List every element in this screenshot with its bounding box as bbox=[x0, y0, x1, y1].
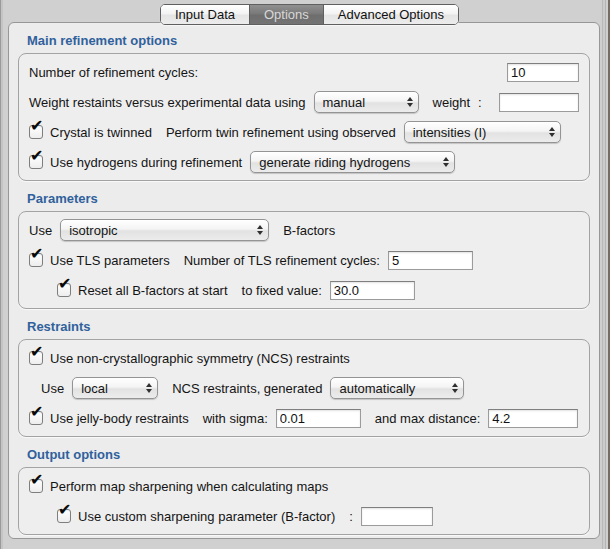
group-restraints: ✔ Use non-crystallographic symmetry (NCS… bbox=[18, 339, 590, 437]
ncs-generated-value: automatically bbox=[339, 381, 446, 396]
row-weight: Weight restaints versus experimental dat… bbox=[29, 87, 579, 117]
twin-observed-select[interactable]: intensities (I) bbox=[404, 121, 561, 143]
custom-sharpening-label: Use custom sharpening parameter (B-facto… bbox=[78, 509, 335, 524]
row-ncs-options: Use local NCS restraints, generated auto… bbox=[29, 373, 579, 403]
bfactor-type-value: isotropic bbox=[69, 223, 251, 238]
jelly-sigma-input[interactable] bbox=[276, 409, 361, 428]
group-main-refinement: Number of refinement cycles: Weight rest… bbox=[18, 53, 590, 181]
twin-refinement-label: Perform twin refinement using observed bbox=[166, 125, 396, 140]
crystal-twinned-label: Crystal is twinned bbox=[50, 125, 152, 140]
checkmark-icon: ✔ bbox=[58, 276, 71, 292]
fixed-value-input[interactable] bbox=[330, 281, 415, 300]
twin-observed-value: intensities (I) bbox=[413, 125, 543, 140]
row-custom-sharpening: ✔ Use custom sharpening parameter (B-fac… bbox=[29, 501, 579, 531]
group-parameters: Use isotropic B-factors ✔ Use TLS parame… bbox=[18, 211, 590, 309]
ncs-type-select[interactable]: local bbox=[72, 377, 158, 399]
section-title-output: Output options bbox=[27, 447, 599, 462]
tls-cycles-label: Number of TLS refinement cycles: bbox=[184, 253, 380, 268]
row-bfactor-type: Use isotropic B-factors bbox=[29, 215, 579, 245]
custom-sharpening-colon: : bbox=[349, 509, 353, 524]
use-tls-label: Use TLS parameters bbox=[50, 253, 170, 268]
chevron-up-down-icon bbox=[146, 383, 152, 393]
window-right-edge bbox=[600, 0, 610, 549]
map-sharpening-label: Perform map sharpening when calculating … bbox=[50, 479, 328, 494]
weight-value-input[interactable] bbox=[499, 93, 579, 112]
use-hydrogens-checkbox[interactable]: ✔ bbox=[29, 155, 43, 169]
crystal-twinned-checkbox[interactable]: ✔ bbox=[29, 125, 43, 139]
bfactor-use-label: Use bbox=[29, 223, 52, 238]
tls-cycles-input[interactable] bbox=[388, 251, 473, 270]
checkmark-icon: ✔ bbox=[30, 404, 43, 420]
checkmark-icon: ✔ bbox=[58, 502, 71, 518]
tab-input-data[interactable]: Input Data bbox=[161, 5, 250, 24]
jelly-sigma-label: with sigma: bbox=[203, 411, 268, 426]
map-sharpening-checkbox[interactable]: ✔ bbox=[29, 479, 43, 493]
weight-method-value: manual bbox=[323, 95, 401, 110]
row-hydrogens: ✔ Use hydrogens during refinement genera… bbox=[29, 147, 579, 177]
custom-sharpening-checkbox[interactable]: ✔ bbox=[57, 509, 71, 523]
bfactor-suffix-label: B-factors bbox=[283, 223, 335, 238]
fixed-value-label: to fixed value: bbox=[242, 283, 322, 298]
jelly-distance-input[interactable] bbox=[488, 409, 578, 428]
use-tls-checkbox[interactable]: ✔ bbox=[29, 253, 43, 267]
refinement-cycles-label: Number of refinement cycles: bbox=[29, 65, 198, 80]
weight-method-select[interactable]: manual bbox=[314, 91, 419, 113]
use-hydrogens-label: Use hydrogens during refinement bbox=[50, 155, 242, 170]
group-output: ✔ Perform map sharpening when calculatin… bbox=[18, 467, 590, 535]
section-title-restraints: Restraints bbox=[27, 319, 599, 334]
chevron-up-down-icon bbox=[443, 157, 449, 167]
tab-advanced-options[interactable]: Advanced Options bbox=[324, 5, 458, 24]
hydrogens-mode-value: generate riding hydrogens bbox=[259, 155, 437, 170]
row-reset-bfactors: ✔ Reset all B-factors at start to fixed … bbox=[29, 275, 579, 305]
jelly-body-label: Use jelly-body restraints bbox=[50, 411, 189, 426]
ncs-use-label: Use bbox=[41, 381, 64, 396]
reset-bfactors-checkbox[interactable]: ✔ bbox=[57, 283, 71, 297]
custom-sharpening-input[interactable] bbox=[361, 507, 433, 526]
ncs-generated-select[interactable]: automatically bbox=[330, 377, 464, 399]
chevron-up-down-icon bbox=[452, 383, 458, 393]
chevron-up-down-icon bbox=[549, 127, 555, 137]
row-ncs: ✔ Use non-crystallographic symmetry (NCS… bbox=[29, 343, 579, 373]
checkmark-icon: ✔ bbox=[30, 118, 43, 134]
jelly-body-checkbox[interactable]: ✔ bbox=[29, 411, 43, 425]
row-map-sharpening: ✔ Perform map sharpening when calculatin… bbox=[29, 471, 579, 501]
ncs-type-value: local bbox=[81, 381, 140, 396]
window-left-edge bbox=[0, 0, 3, 549]
use-ncs-checkbox[interactable]: ✔ bbox=[29, 351, 43, 365]
row-tls: ✔ Use TLS parameters Number of TLS refin… bbox=[29, 245, 579, 275]
checkmark-icon: ✔ bbox=[30, 148, 43, 164]
tab-bar: Input Data Options Advanced Options bbox=[160, 4, 459, 25]
checkmark-icon: ✔ bbox=[30, 344, 43, 360]
use-ncs-label: Use non-crystallographic symmetry (NCS) … bbox=[50, 351, 350, 366]
options-panel: Main refinement options Number of refine… bbox=[8, 22, 600, 539]
row-jelly-body: ✔ Use jelly-body restraints with sigma: … bbox=[29, 403, 579, 433]
jelly-distance-label: and max distance: bbox=[375, 411, 481, 426]
checkmark-icon: ✔ bbox=[30, 246, 43, 262]
weight-method-label: Weight restaints versus experimental dat… bbox=[29, 95, 306, 110]
weight-colon: : bbox=[478, 95, 482, 110]
bfactor-type-select[interactable]: isotropic bbox=[60, 219, 269, 241]
chevron-up-down-icon bbox=[407, 97, 413, 107]
section-title-parameters: Parameters bbox=[27, 191, 599, 206]
refinement-cycles-input[interactable] bbox=[507, 63, 579, 82]
row-twin: ✔ Crystal is twinned Perform twin refine… bbox=[29, 117, 579, 147]
hydrogens-mode-select[interactable]: generate riding hydrogens bbox=[250, 151, 455, 173]
section-title-main-refinement: Main refinement options bbox=[27, 33, 599, 48]
checkmark-icon: ✔ bbox=[30, 472, 43, 488]
tab-options[interactable]: Options bbox=[250, 5, 324, 24]
ncs-generated-label: NCS restraints, generated bbox=[172, 381, 322, 396]
chevron-up-down-icon bbox=[257, 225, 263, 235]
weight-unit-label: weight bbox=[433, 95, 471, 110]
reset-bfactors-label: Reset all B-factors at start bbox=[78, 283, 228, 298]
row-refinement-cycles: Number of refinement cycles: bbox=[29, 57, 579, 87]
